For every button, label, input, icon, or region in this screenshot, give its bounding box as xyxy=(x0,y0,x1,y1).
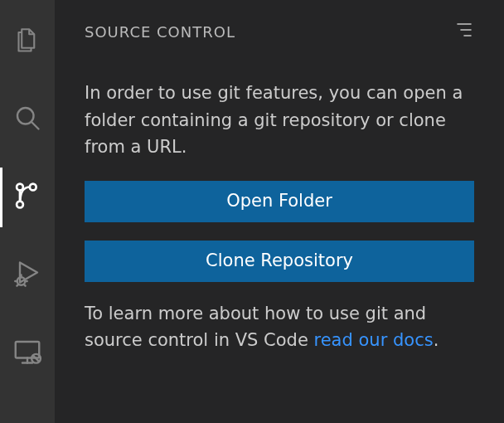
activity-item-source-control[interactable] xyxy=(0,171,55,224)
svg-line-1 xyxy=(32,122,38,129)
learn-more-suffix: . xyxy=(434,330,439,350)
open-folder-button[interactable]: Open Folder xyxy=(85,181,474,222)
activity-item-run-debug[interactable] xyxy=(0,249,55,302)
activity-item-explorer[interactable] xyxy=(0,15,55,68)
remote-icon xyxy=(12,337,42,370)
search-icon xyxy=(12,103,42,136)
clone-repository-label: Clone Repository xyxy=(206,247,353,275)
view-list-tree-icon xyxy=(454,20,474,43)
activity-item-search[interactable] xyxy=(0,93,55,146)
svg-line-11 xyxy=(24,284,26,286)
activity-bar xyxy=(0,0,55,423)
panel-title: SOURCE CONTROL xyxy=(85,23,235,41)
learn-more-text: To learn more about how to use git and s… xyxy=(85,300,474,354)
panel-header: SOURCE CONTROL xyxy=(85,20,474,43)
source-control-panel: SOURCE CONTROL In order to use git featu… xyxy=(55,0,504,423)
read-docs-link[interactable]: read our docs xyxy=(314,330,434,350)
source-control-icon xyxy=(12,181,42,214)
svg-marker-5 xyxy=(20,263,37,283)
debug-icon xyxy=(12,259,42,292)
intro-text: In order to use git features, you can op… xyxy=(85,80,474,161)
clone-repository-button[interactable]: Clone Repository xyxy=(85,241,474,282)
svg-line-10 xyxy=(17,284,18,286)
view-mode-toggle[interactable] xyxy=(454,20,474,43)
panel-body: In order to use git features, you can op… xyxy=(85,80,474,374)
app-root: SOURCE CONTROL In order to use git featu… xyxy=(0,0,504,423)
activity-item-remote[interactable] xyxy=(0,327,55,380)
open-folder-label: Open Folder xyxy=(226,187,332,215)
files-icon xyxy=(12,25,42,58)
svg-rect-12 xyxy=(16,342,40,358)
